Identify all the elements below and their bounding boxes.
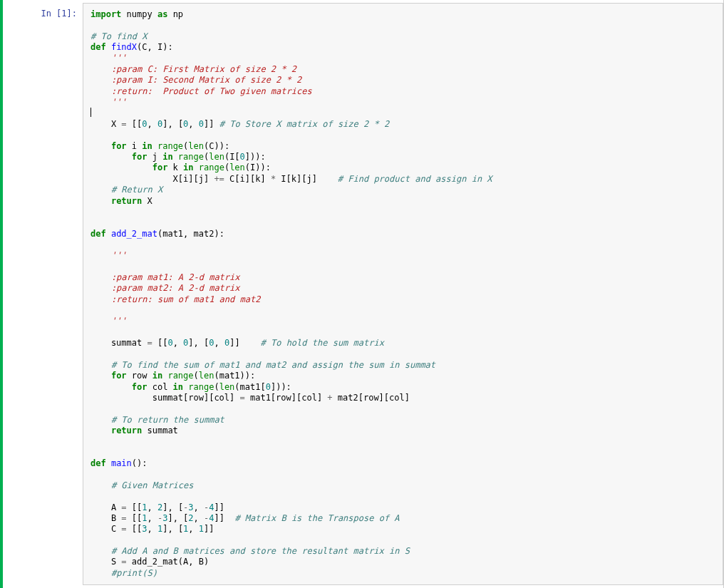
code-token: = (121, 557, 126, 567)
code-token: * (271, 174, 276, 184)
code-token: len (229, 163, 245, 172)
code-token: # To hold the sum matrix (261, 338, 384, 348)
code-token: # Return X (111, 185, 162, 195)
code-token: :param C: First Matrix of size 2 * 2 (90, 64, 296, 74)
text-cursor (90, 108, 91, 117)
code-token: for (132, 152, 148, 162)
code-token: 1 (157, 524, 162, 534)
code-token: numpy (127, 9, 152, 19)
code-token: = (121, 524, 126, 534)
code-token: :param I: Second Matrix of size 2 * 2 (90, 75, 301, 85)
code-token: 0 (266, 382, 271, 392)
code-token: # To return the summat (111, 415, 224, 425)
code-token: 0 (142, 119, 147, 129)
code-token: return (111, 196, 142, 206)
code-token: # Given Matrices (111, 480, 194, 490)
code-token: + (327, 393, 332, 403)
code-token: len (219, 382, 235, 392)
code-token: # To Store X matrix of size 2 * 2 (219, 119, 389, 129)
code-token: += (214, 174, 224, 184)
code-token: return (111, 425, 142, 435)
code-token: :param mat2: A 2-d matrix (90, 283, 240, 293)
code-token: def (90, 458, 106, 468)
code-token: for (111, 141, 127, 151)
code-token: #print(S) (111, 568, 157, 578)
notebook-selected-cell: In [1]: import numpy as np # To find X d… (0, 0, 724, 588)
cell-prompt: In [1]: (3, 3, 83, 19)
code-token: 3 (188, 502, 193, 512)
code-token: ''' (90, 97, 127, 107)
code-token: 1 (142, 513, 147, 523)
code-token: ''' (111, 250, 127, 260)
code-token: in (152, 371, 162, 381)
code-token: len (199, 371, 214, 381)
code-token: 3 (162, 513, 167, 523)
code-token: ''' (111, 53, 127, 63)
code-cell: In [1]: import numpy as np # To find X d… (3, 3, 723, 585)
code-token: in (142, 141, 152, 151)
code-token: len (188, 141, 204, 151)
code-token: # To find the sum of mat1 and mat2 and a… (111, 360, 435, 370)
code-token: # Add A and B matrices and store the res… (111, 546, 410, 556)
code-token: 2 (188, 513, 193, 523)
code-token: def (90, 42, 106, 52)
code-token: for (132, 382, 148, 392)
code-token: 0 (209, 338, 214, 348)
code-token: findX (111, 42, 137, 52)
code-token: main (111, 458, 132, 468)
code-token: in (183, 163, 193, 172)
code-editor[interactable]: import numpy as np # To find X def findX… (83, 3, 723, 585)
code-token: 0 (240, 152, 245, 162)
code-token: # Find product and assign in X (338, 174, 492, 184)
code-token: range (188, 382, 214, 392)
code-token: :return: Product of Two given matrices (90, 86, 312, 96)
code-token: np (173, 9, 183, 19)
code-token: 0 (183, 338, 188, 348)
code-token: range (167, 371, 193, 381)
code-token: 0 (183, 119, 188, 129)
code-token: range (178, 152, 204, 162)
code-token: 1 (199, 524, 204, 534)
code-token: # To find X (90, 31, 147, 41)
code-token: 4 (209, 502, 214, 512)
code-token: = (121, 513, 126, 523)
code-token: for (152, 163, 168, 172)
code-token: = (121, 119, 126, 129)
code-token: import (90, 9, 121, 19)
code-token: 4 (209, 513, 214, 523)
code-token: 0 (224, 338, 229, 348)
code-token: range (199, 163, 224, 172)
code-token: 3 (142, 524, 147, 534)
code-token: # Matrix B is the Transpose of A (234, 513, 399, 523)
code-token: range (157, 141, 183, 151)
code-token: in (162, 152, 172, 162)
code-token: 0 (157, 119, 162, 129)
code-token: :return: sum of mat1 and mat2 (90, 294, 260, 304)
code-token: as (157, 9, 167, 19)
code-token: for (111, 371, 127, 381)
code-token: in (173, 382, 183, 392)
code-token: = (121, 502, 126, 512)
code-token: 0 (167, 338, 172, 348)
code-token: 1 (183, 524, 188, 534)
code-token: ''' (90, 316, 127, 326)
code-token: 2 (157, 502, 162, 512)
code-token: :param mat1: A 2-d matrix (90, 272, 240, 282)
code-token: = (240, 393, 245, 403)
code-token: 1 (142, 502, 147, 512)
code-token: len (209, 152, 224, 162)
code-token: 0 (199, 119, 204, 129)
code-token: = (147, 338, 152, 348)
code-token: def (90, 229, 106, 239)
code-token: add_2_mat (111, 229, 157, 239)
